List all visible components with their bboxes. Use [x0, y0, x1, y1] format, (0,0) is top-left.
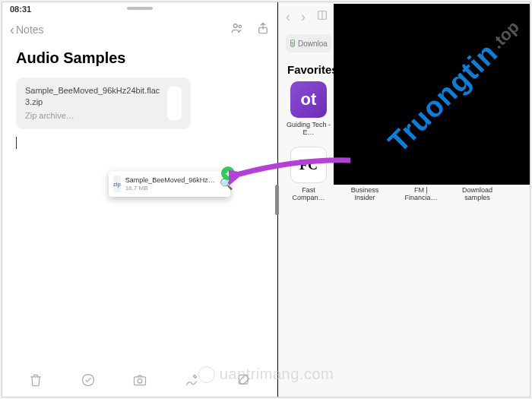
watermark-logo-icon — [198, 366, 215, 383]
attachment-card[interactable]: Sample_BeeMoved_96kHz24bit.flac 3.zip Zi… — [16, 78, 191, 129]
overlay-brand-text: Truongtin — [382, 36, 505, 159]
nav-back-icon[interactable]: ‹ — [286, 9, 290, 25]
guiding-tech-icon: ot — [290, 81, 327, 118]
overlay-tld-text: .top — [487, 17, 523, 53]
favorite-fast-company[interactable]: FC Fast Compan… — [287, 147, 330, 202]
notes-header: ‹ Notes — [2, 16, 277, 43]
checklist-icon[interactable] — [81, 372, 96, 391]
back-label: Notes — [16, 24, 44, 36]
drag-file-icon: zip — [113, 176, 121, 192]
favorite-label: Fast Compan… — [285, 186, 332, 202]
attachment-text: Sample_BeeMoved_96kHz24bit.flac 3.zip Zi… — [25, 85, 160, 122]
trash-icon[interactable] — [28, 372, 43, 391]
home-indicator[interactable] — [127, 7, 153, 10]
favorite-guiding-tech[interactable]: ot Guiding Tech - E… — [287, 81, 330, 137]
bookmarks-icon[interactable] — [316, 9, 328, 24]
text-cursor — [16, 137, 17, 149]
drag-filename: Sample_BeeMoved_96kHz… — [125, 176, 215, 185]
svg-rect-4 — [134, 377, 145, 385]
note-title: Audio Samples — [2, 43, 277, 78]
nav-forward-icon[interactable]: › — [301, 9, 306, 25]
share-icon[interactable] — [256, 21, 270, 38]
watermark-text: uantrimang.com — [220, 366, 334, 383]
note-body[interactable] — [2, 129, 277, 366]
favorite-label: Download samples — [454, 186, 501, 202]
drag-text: Sample_BeeMoved_96kHz… 16,7 MB — [125, 176, 215, 192]
watermark-overlay: Truongtin .top — [334, 4, 530, 185]
favorite-label: Guiding Tech - E… — [285, 121, 332, 137]
fast-company-icon: FC — [290, 147, 327, 183]
drag-filesize: 16,7 MB — [125, 185, 215, 192]
favorite-label: FM | Financia… — [397, 186, 445, 202]
url-text: Downloa — [298, 40, 328, 48]
svg-point-0 — [233, 24, 237, 28]
status-time: 08:31 — [10, 5, 31, 14]
favorite-label: Business Insider — [341, 186, 388, 202]
plus-badge-icon: + — [221, 166, 235, 180]
attachment-filename: Sample_BeeMoved_96kHz24bit.flac 3.zip — [25, 85, 160, 108]
people-icon[interactable] — [230, 21, 244, 38]
notes-app-pane: 08:31 ‹ Notes Audio Samples Sample_BeeMo… — [2, 2, 277, 397]
url-bar[interactable]: $ Downloa — [286, 34, 331, 52]
drag-preview-card[interactable]: zip Sample_BeeMoved_96kHz… 16,7 MB 🔍 + — [109, 171, 230, 197]
svg-point-5 — [138, 378, 142, 383]
page-watermark: uantrimang.com — [198, 366, 334, 383]
safari-pane: ‹ › $ Downloa Favorites ot Guiding Tech … — [277, 2, 530, 397]
site-info-icon: $ — [290, 40, 295, 47]
favorites-heading: Favorites — [287, 63, 338, 76]
attachment-thumbnail — [167, 87, 182, 120]
chevron-left-icon: ‹ — [10, 22, 14, 38]
camera-icon[interactable] — [132, 372, 147, 391]
draw-icon[interactable] — [184, 372, 199, 391]
split-view-frame: 08:31 ‹ Notes Audio Samples Sample_BeeMo… — [2, 2, 530, 397]
attachment-subtitle: Zip archive… — [25, 110, 160, 122]
svg-point-1 — [239, 25, 241, 27]
back-button[interactable]: ‹ Notes — [10, 22, 44, 38]
split-view-handle[interactable] — [275, 185, 279, 215]
